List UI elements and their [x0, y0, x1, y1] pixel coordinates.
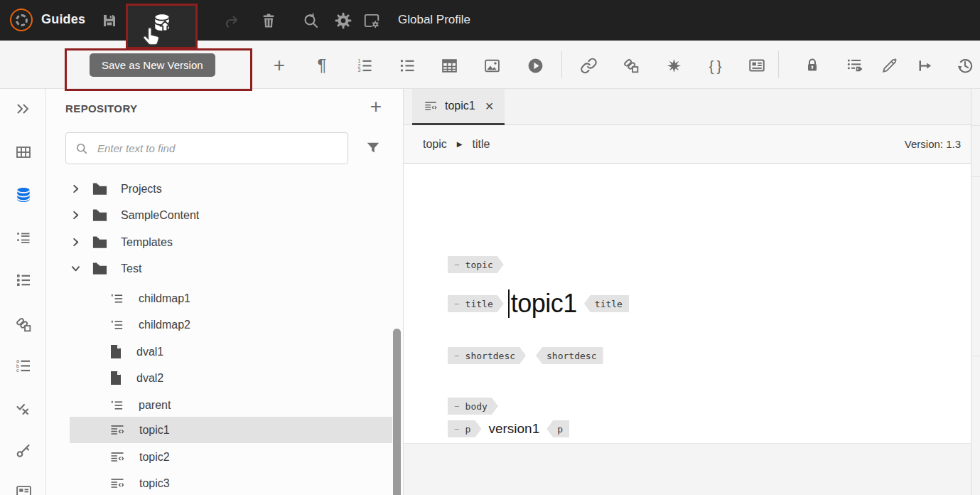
lock-button[interactable]: [803, 56, 822, 75]
tree-item-dval1[interactable]: dval1: [70, 339, 392, 365]
collapse-icon[interactable]: −: [454, 260, 460, 270]
version-history-button[interactable]: [956, 56, 974, 75]
find-replace-button[interactable]: [301, 11, 320, 30]
delete-icon: [260, 12, 277, 29]
editor-area: topic1 × topic ▶ title Version: 1.3 −top…: [404, 89, 971, 495]
tree-item-label: Projects: [121, 183, 162, 196]
title-row: −title topic1 title: [448, 287, 629, 320]
file-icon: [109, 344, 122, 359]
merge-arrow-button[interactable]: [915, 56, 933, 75]
edit-pencil-button[interactable]: [880, 56, 898, 75]
title-open-tag[interactable]: −title: [448, 295, 504, 312]
right-panel-edge: [971, 89, 980, 495]
ordered-list-button[interactable]: 123: [355, 56, 374, 75]
review-check-x-button[interactable]: [15, 400, 32, 417]
cross-reference-button[interactable]: [622, 56, 640, 75]
collapse-icon[interactable]: −: [454, 401, 460, 412]
breadcrumb-item-title[interactable]: title: [473, 138, 490, 151]
save-button[interactable]: [100, 11, 119, 30]
paragraph-button[interactable]: ¶: [313, 56, 331, 75]
close-icon[interactable]: ×: [485, 99, 494, 113]
paragraph-text[interactable]: version1: [488, 421, 539, 437]
tree-item-topic2[interactable]: topic2: [70, 444, 392, 470]
add-file-button[interactable]: +: [370, 95, 382, 118]
body-open-tag[interactable]: −body: [448, 398, 498, 415]
tree-item-topic1[interactable]: topic1: [70, 417, 392, 443]
collapse-icon[interactable]: −: [454, 351, 460, 361]
topic-title-text[interactable]: topic1: [511, 289, 577, 319]
filter-funnel-icon: [365, 140, 381, 156]
save-as-new-version-tooltip: Save as New Version: [90, 53, 215, 77]
tree-item-samplecontent[interactable]: SampleContent: [70, 202, 392, 228]
redo-button[interactable]: [222, 12, 241, 31]
unordered-list-icon: [399, 57, 416, 74]
tree-item-childmap2[interactable]: childmap2: [70, 312, 392, 338]
content-card-button[interactable]: [748, 56, 766, 75]
block-list-button[interactable]: [15, 272, 32, 289]
shortdesc-row: −shortdesc shortdesc: [448, 347, 603, 364]
chevron-right-icon[interactable]: [70, 211, 81, 220]
unordered-list-button[interactable]: [398, 56, 416, 75]
tree-item-test[interactable]: Test: [70, 255, 392, 282]
insert-media-button[interactable]: [526, 56, 544, 75]
p-open-tag[interactable]: −p: [448, 420, 481, 437]
tree-item-dval2[interactable]: dval2: [70, 365, 392, 391]
insert-media-icon: [527, 57, 544, 75]
insert-element-button[interactable]: +: [270, 56, 289, 75]
topic-open-tag[interactable]: −topic: [448, 256, 504, 273]
chevron-right-icon[interactable]: [70, 184, 81, 193]
folder-icon: [92, 208, 108, 223]
title-close-tag[interactable]: title: [584, 295, 629, 312]
collapse-icon[interactable]: −: [454, 424, 460, 435]
tree-item-parent[interactable]: parent: [70, 392, 392, 418]
link-box-button[interactable]: [15, 316, 32, 333]
tree-scrollbar[interactable]: [393, 329, 401, 495]
delete-button[interactable]: [259, 11, 278, 30]
repository-panel: REPOSITORY + Projects SampleContent: [46, 89, 404, 495]
global-profile-button[interactable]: [362, 11, 381, 30]
tree-item-label: topic3: [139, 477, 170, 490]
tree-item-childmap1[interactable]: childmap1: [70, 285, 392, 312]
tab-topic1[interactable]: topic1 ×: [412, 89, 505, 125]
mouse-hand-cursor: [141, 26, 162, 50]
asset-card-button[interactable]: [15, 484, 32, 495]
link-button[interactable]: [579, 56, 598, 75]
element-tag-list-button[interactable]: [846, 56, 864, 75]
tree-item-projects[interactable]: Projects: [70, 176, 392, 202]
filter-button[interactable]: [365, 140, 381, 156]
breadcrumb-item-topic[interactable]: topic: [423, 138, 447, 151]
topic-icon: [109, 451, 125, 464]
tree-item-topic3[interactable]: topic3: [70, 470, 392, 495]
svg-text:3: 3: [358, 68, 361, 73]
tag-row-topic-open: −topic: [448, 256, 504, 273]
glossary-abc-button[interactable]: abc: [15, 357, 32, 374]
element-tag-list-icon: [846, 56, 864, 75]
detail-list-button[interactable]: [15, 230, 32, 247]
collapse-icon[interactable]: −: [454, 299, 460, 309]
special-character-icon: [666, 58, 682, 74]
insert-table-button[interactable]: [440, 56, 458, 75]
code-braces-button[interactable]: { }: [706, 56, 724, 75]
repository-search: [65, 132, 348, 164]
expand-panel-button[interactable]: [15, 100, 32, 117]
tree-item-label: SampleContent: [121, 209, 199, 222]
search-input[interactable]: [96, 142, 339, 155]
chevron-right-icon[interactable]: [70, 238, 81, 247]
settings-button[interactable]: [334, 11, 352, 30]
insert-image-icon: [483, 57, 501, 75]
chevron-down-icon[interactable]: [70, 264, 81, 273]
find-replace-icon: [301, 11, 320, 30]
grid-view-button[interactable]: [15, 144, 32, 161]
shortdesc-open-tag[interactable]: −shortdesc: [448, 347, 526, 364]
global-profile-label[interactable]: Global Profile: [398, 13, 470, 27]
tree-item-label: parent: [139, 399, 171, 412]
document-content[interactable]: −topic −title topic1 title −shortdesc sh…: [404, 164, 971, 443]
insert-image-button[interactable]: [483, 56, 501, 75]
tree-item-templates[interactable]: Templates: [70, 229, 392, 255]
special-character-button[interactable]: [664, 56, 683, 75]
repository-database-button[interactable]: [15, 186, 32, 203]
key-button[interactable]: [15, 442, 32, 459]
p-close-tag[interactable]: p: [546, 420, 569, 437]
version-history-icon: [956, 56, 974, 75]
shortdesc-close-tag[interactable]: shortdesc: [536, 347, 603, 364]
